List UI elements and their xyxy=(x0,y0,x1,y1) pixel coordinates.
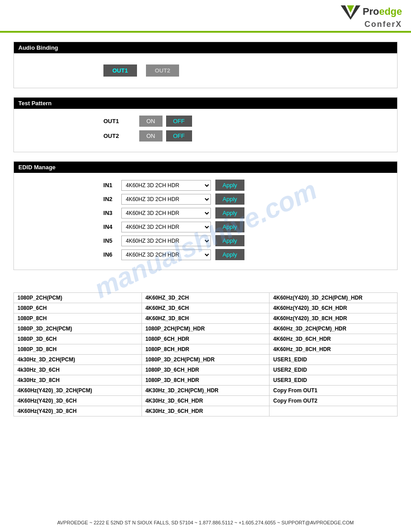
audio-binding-buttons: OUT1 OUT2 xyxy=(23,60,388,81)
edid-in6-apply-button[interactable]: Apply xyxy=(215,249,244,260)
footer-text: AVPROEDGE ~ 2222 E 52ND ST N SIOUX FALLS… xyxy=(57,520,354,525)
edid-option-cell: 1080P_3D_6CH_HDR xyxy=(141,365,270,375)
edid-option-cell: 1080P_8CH_HDR xyxy=(141,344,270,355)
edid-option-cell xyxy=(270,406,398,416)
main-content: Audio Binding OUT1 OUT2 Test Pattern OUT… xyxy=(0,33,411,288)
test-pattern-out1-label: OUT1 xyxy=(103,118,130,124)
edid-option-cell: 4K60HZ_3D_2CH xyxy=(141,293,270,303)
edid-in1-label: IN1 xyxy=(86,182,112,189)
out1-button[interactable]: OUT1 xyxy=(103,64,137,77)
edid-option-cell: Copy From OUT1 xyxy=(270,386,398,396)
edid-manage-header: EDID Manage xyxy=(14,162,397,173)
edid-in4-label: IN4 xyxy=(86,223,112,230)
edid-option-cell: 4k30Hz_3D_6CH xyxy=(14,365,142,375)
edid-option-cell: 1080P_8CH xyxy=(14,313,142,324)
edid-in3-select[interactable]: 4K60HZ 3D 2CH HDR 4K60HZ 3D 6CH HDR Copy… xyxy=(121,208,211,219)
edid-option-cell: 1080P_6CH xyxy=(14,303,142,313)
audio-binding-body: OUT1 OUT2 xyxy=(14,53,397,88)
audio-binding-section: Audio Binding OUT1 OUT2 xyxy=(13,42,398,88)
edid-row-in2: IN2 4K60HZ 3D 2CH HDR 4K60HZ 3D 6CH HDR … xyxy=(23,193,388,205)
logo: Proedge ConferX xyxy=(341,4,402,29)
edid-in2-apply-button[interactable]: Apply xyxy=(215,193,244,205)
edid-option-cell: 4K30Hz_3D_6CH_HDR xyxy=(141,406,270,416)
edid-options-table: 1080P_2CH(PCM)4K60HZ_3D_2CH4K60Hz(Y420)_… xyxy=(13,292,398,416)
test-pattern-row-out2: OUT2 ON OFF xyxy=(23,130,388,142)
edid-in5-select[interactable]: 4K60HZ 3D 2CH HDR 4K60HZ 3D 6CH HDR Copy… xyxy=(121,236,211,246)
edid-option-cell: 1080P_3D_8CH_HDR xyxy=(141,375,270,386)
edid-option-cell: 1080P_3D_8CH xyxy=(14,344,142,355)
edid-option-cell: 4k30Hz_3D_8CH xyxy=(14,375,142,386)
test-pattern-row-out1: OUT1 ON OFF xyxy=(23,116,388,127)
edid-option-cell: 4k30Hz_3D_2CH(PCM) xyxy=(14,355,142,365)
edid-option-cell: 4K60HZ_3D_6CH xyxy=(141,303,270,313)
logo-edge-text: edge xyxy=(379,6,402,17)
edid-option-cell: USER3_EDID xyxy=(270,375,398,386)
edid-option-cell: 4K30Hz_3D_6CH_HDR xyxy=(141,396,270,406)
edid-option-cell: 1080P_3D_2CH(PCM)_HDR xyxy=(141,355,270,365)
edid-in5-apply-button[interactable]: Apply xyxy=(215,235,244,246)
edid-row-in1: IN1 4K60HZ 3D 2CH HDR 4K60HZ 3D 6CH HDR … xyxy=(23,180,388,191)
edid-manage-body: IN1 4K60HZ 3D 2CH HDR 4K60HZ 3D 6CH HDR … xyxy=(14,173,397,270)
test-pattern-out2-label: OUT2 xyxy=(103,133,130,139)
edid-in2-label: IN2 xyxy=(86,196,112,202)
page-header: Proedge ConferX xyxy=(0,0,411,33)
edid-option-cell: 4K30Hz_3D_2CH(PCM)_HDR xyxy=(141,386,270,396)
edid-option-cell: 4K60HZ_3D_8CH xyxy=(141,313,270,324)
edid-option-cell: 4K60Hz(Y420)_3D_8CH_HDR xyxy=(270,313,398,324)
out2-button[interactable]: OUT2 xyxy=(146,64,180,77)
edid-row-in4: IN4 4K60HZ 3D 2CH HDR 4K60HZ 3D 6CH HDR … xyxy=(23,221,388,232)
edid-in6-select[interactable]: 4K60HZ 3D 2CH HDR 4K60HZ 3D 6CH HDR Copy… xyxy=(121,249,211,260)
edid-option-cell: USER1_EDID xyxy=(270,355,398,365)
edid-option-cell: 4K60Hz(Y420)_3D_6CH xyxy=(14,396,142,406)
edid-option-cell: 1080P_2CH(PCM) xyxy=(14,293,142,303)
audio-binding-header: Audio Binding xyxy=(14,42,397,53)
edid-option-cell: 1080P_3D_6CH xyxy=(14,334,142,344)
page-footer: AVPROEDGE ~ 2222 E 52ND ST N SIOUX FALLS… xyxy=(0,520,411,525)
edid-in4-select[interactable]: 4K60HZ 3D 2CH HDR 4K60HZ 3D 6CH HDR Copy… xyxy=(121,222,211,232)
av-logo-icon xyxy=(341,4,361,20)
edid-row-in5: IN5 4K60HZ 3D 2CH HDR 4K60HZ 3D 6CH HDR … xyxy=(23,235,388,246)
edid-in2-select[interactable]: 4K60HZ 3D 2CH HDR 4K60HZ 3D 6CH HDR 4K60… xyxy=(121,194,211,205)
test-pattern-section: Test Pattern OUT1 ON OFF OUT2 ON OFF xyxy=(13,97,398,152)
test-pattern-header: Test Pattern xyxy=(14,98,397,109)
edid-in3-apply-button[interactable]: Apply xyxy=(215,207,244,219)
out2-on-button[interactable]: ON xyxy=(139,130,163,142)
edid-options-section: 1080P_2CH(PCM)4K60HZ_3D_2CH4K60Hz(Y420)_… xyxy=(13,292,398,416)
edid-manage-section: EDID Manage IN1 4K60HZ 3D 2CH HDR 4K60HZ… xyxy=(13,161,398,270)
edid-option-cell: 4K60Hz(Y420)_3D_8CH xyxy=(14,406,142,416)
edid-option-cell: 1080P_3D_2CH(PCM) xyxy=(14,324,142,334)
edid-option-cell: 4K60Hz(Y420)_3D_2CH(PCM) xyxy=(14,386,142,396)
test-pattern-body: OUT1 ON OFF OUT2 ON OFF xyxy=(14,109,397,152)
edid-option-cell: 4K60Hz_3D_2CH(PCM)_HDR xyxy=(270,324,398,334)
edid-option-cell: 1080P_2CH(PCM)_HDR xyxy=(141,324,270,334)
edid-option-cell: 1080P_6CH_HDR xyxy=(141,334,270,344)
edid-in3-label: IN3 xyxy=(86,210,112,216)
out2-off-button[interactable]: OFF xyxy=(166,130,192,142)
edid-in6-label: IN6 xyxy=(86,251,112,258)
edid-option-cell: 4K60Hz(Y420)_3D_2CH(PCM)_HDR xyxy=(270,293,398,303)
edid-in1-select[interactable]: 4K60HZ 3D 2CH HDR 4K60HZ 3D 6CH HDR 4K60… xyxy=(121,180,211,191)
edid-in1-apply-button[interactable]: Apply xyxy=(215,180,244,191)
edid-in4-apply-button[interactable]: Apply xyxy=(215,221,244,232)
edid-option-cell: 4K60Hz(Y420)_3D_6CH_HDR xyxy=(270,303,398,313)
svg-marker-1 xyxy=(347,5,354,13)
edid-option-cell: 4K60Hz_3D_6CH_HDR xyxy=(270,334,398,344)
edid-row-in6: IN6 4K60HZ 3D 2CH HDR 4K60HZ 3D 6CH HDR … xyxy=(23,249,388,260)
logo-conferx-text: ConferX xyxy=(364,20,402,29)
edid-option-cell: Copy From OUT2 xyxy=(270,396,398,406)
edid-option-cell: 4K60Hz_3D_8CH_HDR xyxy=(270,344,398,355)
logo-pro-text: Pro xyxy=(363,6,379,17)
edid-option-cell: USER2_EDID xyxy=(270,365,398,375)
out1-off-button[interactable]: OFF xyxy=(166,116,192,127)
edid-row-in3: IN3 4K60HZ 3D 2CH HDR 4K60HZ 3D 6CH HDR … xyxy=(23,207,388,219)
edid-in5-label: IN5 xyxy=(86,237,112,244)
out1-on-button[interactable]: ON xyxy=(139,116,163,127)
